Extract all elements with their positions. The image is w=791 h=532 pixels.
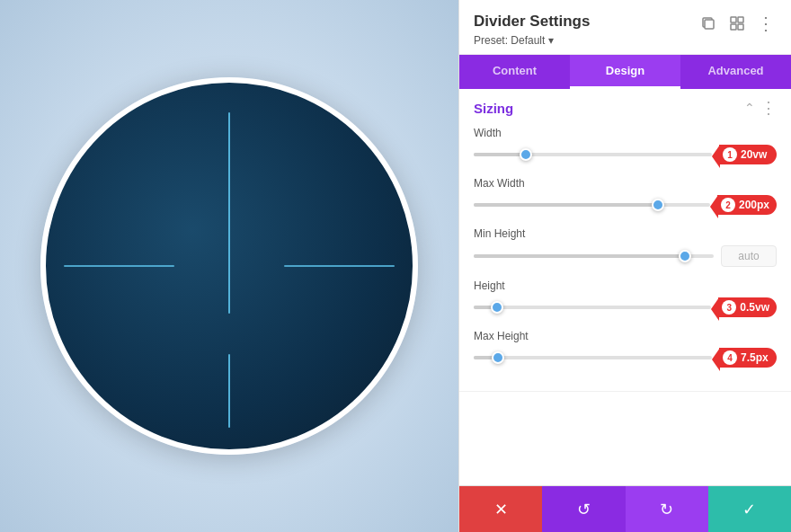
svg-rect-3 xyxy=(738,17,743,22)
height-value: 0.5vw xyxy=(740,301,769,314)
height-label: Height xyxy=(474,279,777,292)
redo-button[interactable]: ↻ xyxy=(626,486,708,532)
max-height-slider-thumb[interactable] xyxy=(492,351,504,364)
save-button[interactable]: ✓ xyxy=(708,486,791,532)
min-height-slider-thumb[interactable] xyxy=(679,250,691,262)
header-icons: ⋮ xyxy=(698,13,777,34)
svg-rect-5 xyxy=(738,24,743,30)
width-field: Width 1 20vw xyxy=(474,127,777,164)
width-value-badge[interactable]: 1 20vw xyxy=(719,145,777,164)
height-value-badge[interactable]: 3 0.5vw xyxy=(718,297,777,317)
max-width-badge-number: 2 xyxy=(721,198,735,212)
tab-design[interactable]: Design xyxy=(570,55,680,89)
preset-arrow-icon: ▾ xyxy=(548,34,554,47)
cancel-button[interactable]: ✕ xyxy=(459,486,542,532)
more-options-icon[interactable]: ⋮ xyxy=(755,13,777,34)
width-value: 20vw xyxy=(741,148,767,161)
width-slider-fill xyxy=(474,153,526,156)
max-height-slider-row: 4 7.5px xyxy=(474,348,777,368)
width-badge-number: 1 xyxy=(723,147,737,162)
height-slider-row: 3 0.5vw xyxy=(474,297,777,317)
settings-panel: Divider Settings Preset: Default ▾ xyxy=(458,0,791,532)
svg-rect-1 xyxy=(705,20,714,29)
max-width-slider-track[interactable] xyxy=(474,203,710,207)
max-width-value: 200px xyxy=(739,199,769,211)
svg-rect-4 xyxy=(731,24,736,30)
redo-icon: ↻ xyxy=(660,500,673,519)
max-width-slider-fill xyxy=(474,203,658,207)
max-height-field: Max Height 4 7.5px xyxy=(474,330,777,368)
preview-panel xyxy=(0,0,458,532)
preset-label: Preset: Default xyxy=(474,34,545,47)
tab-content[interactable]: Content xyxy=(459,55,570,89)
panel-title: Divider Settings xyxy=(474,13,590,31)
restore-icon[interactable] xyxy=(698,13,719,34)
max-width-label: Max Width xyxy=(474,177,777,190)
panel-header: Divider Settings Preset: Default ▾ xyxy=(459,0,791,55)
min-height-slider-row xyxy=(474,245,777,267)
panel-content: Sizing ⌃ ⋮ Width 1 20vw xyxy=(459,89,791,485)
min-height-input[interactable] xyxy=(721,245,777,267)
height-badge-number: 3 xyxy=(722,300,736,315)
grid-icon[interactable] xyxy=(726,13,748,34)
tabs-row: Content Design Advanced xyxy=(459,55,791,89)
max-height-slider-track[interactable] xyxy=(474,356,712,359)
reset-button[interactable]: ↺ xyxy=(542,486,625,532)
width-slider-track[interactable] xyxy=(474,153,712,156)
max-height-badge-number: 4 xyxy=(723,350,737,365)
height-field: Height 3 0.5vw xyxy=(474,279,777,317)
panel-preset[interactable]: Preset: Default ▾ xyxy=(474,34,590,47)
section-actions: ⌃ ⋮ xyxy=(744,100,777,116)
reset-icon: ↺ xyxy=(577,500,591,519)
height-slider-track[interactable] xyxy=(474,306,711,309)
max-height-label: Max Height xyxy=(474,330,777,342)
cancel-icon: ✕ xyxy=(494,500,508,519)
section-collapse-icon[interactable]: ⌃ xyxy=(744,101,755,115)
save-icon: ✓ xyxy=(742,500,756,519)
width-slider-thumb[interactable] xyxy=(520,148,532,161)
bottom-toolbar: ✕ ↺ ↻ ✓ xyxy=(459,485,791,532)
section-title: Sizing xyxy=(474,101,513,116)
width-slider-row: 1 20vw xyxy=(474,145,777,164)
max-height-value: 7.5px xyxy=(741,351,769,364)
sizing-section: Sizing ⌃ ⋮ Width 1 20vw xyxy=(459,89,791,392)
divider-horizontal-right xyxy=(284,265,394,267)
divider-horizontal-left xyxy=(64,265,173,267)
height-slider-thumb[interactable] xyxy=(491,301,503,314)
width-label: Width xyxy=(474,127,777,139)
section-header: Sizing ⌃ ⋮ xyxy=(474,100,777,116)
min-height-slider-track[interactable] xyxy=(474,254,714,258)
max-height-value-badge[interactable]: 4 7.5px xyxy=(719,348,777,368)
min-height-label: Min Height xyxy=(474,227,777,240)
max-width-field: Max Width 2 200px xyxy=(474,177,777,215)
divider-preview-circle xyxy=(40,77,418,455)
divider-vertical-bottom xyxy=(228,354,230,428)
divider-vertical-main xyxy=(228,112,230,314)
svg-rect-2 xyxy=(731,17,736,22)
section-more-icon[interactable]: ⋮ xyxy=(760,100,777,116)
min-height-slider-fill xyxy=(474,254,685,258)
max-width-slider-row: 2 200px xyxy=(474,195,777,215)
max-width-slider-thumb[interactable] xyxy=(652,199,664,211)
tab-advanced[interactable]: Advanced xyxy=(680,55,791,89)
min-height-field: Min Height xyxy=(474,227,777,267)
max-width-value-badge[interactable]: 2 200px xyxy=(717,195,777,215)
